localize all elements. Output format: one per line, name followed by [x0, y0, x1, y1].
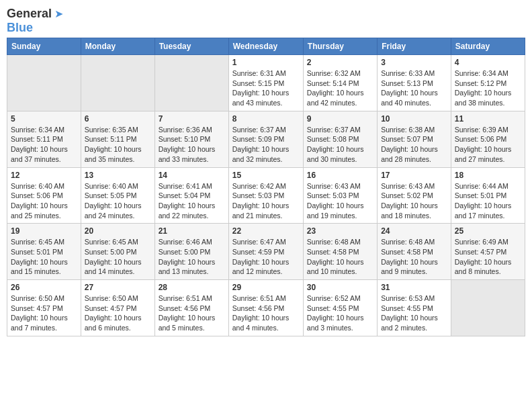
- day-number: 4: [455, 58, 521, 67]
- day-info: Sunrise: 6:47 AMSunset: 4:59 PMDaylight:…: [232, 237, 300, 277]
- calendar-cell: [451, 280, 525, 336]
- day-info: Sunrise: 6:43 AMSunset: 5:03 PMDaylight:…: [307, 181, 373, 221]
- sunset-text: Sunset: 4:57 PM: [85, 304, 151, 314]
- day-info: Sunrise: 6:31 AMSunset: 5:15 PMDaylight:…: [232, 68, 300, 108]
- sunrise-text: Sunrise: 6:48 AM: [307, 237, 373, 247]
- daylight-text: Daylight: 10 hours and 35 minutes.: [85, 144, 151, 164]
- day-number: 19: [11, 226, 77, 236]
- sunrise-text: Sunrise: 6:34 AM: [11, 125, 77, 135]
- daylight-text: Daylight: 10 hours and 28 minutes.: [381, 144, 447, 164]
- day-number: 10: [381, 114, 447, 124]
- calendar-cell: 22Sunrise: 6:47 AMSunset: 4:59 PMDayligh…: [228, 224, 303, 280]
- sunset-text: Sunset: 5:15 PM: [232, 79, 300, 89]
- daylight-text: Daylight: 10 hours and 17 minutes.: [455, 201, 521, 220]
- day-info: Sunrise: 6:45 AMSunset: 5:00 PMDaylight:…: [85, 237, 151, 277]
- daylight-text: Daylight: 10 hours and 37 minutes.: [11, 144, 77, 164]
- sunrise-text: Sunrise: 6:47 AM: [232, 237, 300, 247]
- sunset-text: Sunset: 5:08 PM: [307, 134, 373, 144]
- day-info: Sunrise: 6:48 AMSunset: 4:58 PMDaylight:…: [381, 237, 447, 277]
- calendar-cell: 10Sunrise: 6:38 AMSunset: 5:07 PMDayligh…: [378, 111, 451, 167]
- calendar-cell: 7Sunrise: 6:36 AMSunset: 5:10 PMDaylight…: [154, 111, 228, 167]
- day-info: Sunrise: 6:32 AMSunset: 5:14 PMDaylight:…: [307, 68, 373, 108]
- calendar-week-row: 26Sunrise: 6:50 AMSunset: 4:57 PMDayligh…: [7, 280, 525, 336]
- sunrise-text: Sunrise: 6:35 AM: [85, 125, 151, 135]
- sunrise-text: Sunrise: 6:44 AM: [455, 181, 521, 191]
- calendar-cell: 14Sunrise: 6:41 AMSunset: 5:04 PMDayligh…: [154, 167, 228, 224]
- calendar-week-row: 12Sunrise: 6:40 AMSunset: 5:06 PMDayligh…: [7, 167, 525, 224]
- daylight-text: Daylight: 10 hours and 24 minutes.: [85, 201, 151, 220]
- calendar-cell: 25Sunrise: 6:49 AMSunset: 4:57 PMDayligh…: [451, 224, 525, 280]
- calendar-cell: 20Sunrise: 6:45 AMSunset: 5:00 PMDayligh…: [81, 224, 154, 280]
- daylight-text: Daylight: 10 hours and 7 minutes.: [11, 313, 77, 332]
- sunrise-text: Sunrise: 6:50 AM: [11, 293, 77, 304]
- calendar-table: SundayMondayTuesdayWednesdayThursdayFrid…: [7, 38, 525, 336]
- calendar-cell: 26Sunrise: 6:50 AMSunset: 4:57 PMDayligh…: [7, 280, 81, 336]
- day-number: 11: [455, 114, 521, 124]
- day-number: 29: [232, 283, 300, 292]
- sunrise-text: Sunrise: 6:31 AM: [232, 68, 300, 79]
- day-number: 8: [232, 114, 300, 124]
- sunrise-text: Sunrise: 6:45 AM: [11, 237, 77, 247]
- day-number: 24: [381, 226, 447, 236]
- calendar-cell: 1Sunrise: 6:31 AMSunset: 5:15 PMDaylight…: [228, 55, 303, 111]
- logo-general-text: General: [7, 7, 52, 21]
- day-info: Sunrise: 6:48 AMSunset: 4:58 PMDaylight:…: [307, 237, 373, 277]
- calendar-cell: 24Sunrise: 6:48 AMSunset: 4:58 PMDayligh…: [378, 224, 451, 280]
- day-info: Sunrise: 6:36 AMSunset: 5:10 PMDaylight:…: [159, 125, 225, 165]
- calendar-cell: 30Sunrise: 6:52 AMSunset: 4:55 PMDayligh…: [303, 280, 377, 336]
- daylight-text: Daylight: 10 hours and 5 minutes.: [159, 313, 225, 332]
- day-info: Sunrise: 6:40 AMSunset: 5:06 PMDaylight:…: [11, 181, 77, 221]
- sunset-text: Sunset: 5:12 PM: [455, 79, 521, 89]
- day-info: Sunrise: 6:53 AMSunset: 4:55 PMDaylight:…: [381, 293, 447, 333]
- day-number: 14: [159, 171, 225, 180]
- day-info: Sunrise: 6:51 AMSunset: 4:56 PMDaylight:…: [159, 293, 225, 333]
- sunrise-text: Sunrise: 6:53 AM: [381, 293, 447, 304]
- daylight-text: Daylight: 10 hours and 21 minutes.: [232, 201, 300, 220]
- daylight-text: Daylight: 10 hours and 9 minutes.: [381, 257, 447, 277]
- daylight-text: Daylight: 10 hours and 30 minutes.: [307, 144, 373, 164]
- weekday-header-friday: Friday: [378, 38, 451, 55]
- sunrise-text: Sunrise: 6:48 AM: [381, 237, 447, 247]
- daylight-text: Daylight: 10 hours and 14 minutes.: [85, 257, 151, 277]
- sunset-text: Sunset: 4:58 PM: [307, 247, 373, 257]
- sunrise-text: Sunrise: 6:51 AM: [232, 293, 300, 304]
- calendar-cell: 21Sunrise: 6:46 AMSunset: 5:00 PMDayligh…: [154, 224, 228, 280]
- daylight-text: Daylight: 10 hours and 3 minutes.: [307, 313, 373, 332]
- day-info: Sunrise: 6:42 AMSunset: 5:03 PMDaylight:…: [232, 181, 300, 221]
- day-number: 12: [11, 171, 77, 180]
- sunset-text: Sunset: 5:14 PM: [307, 79, 373, 89]
- sunrise-text: Sunrise: 6:40 AM: [85, 181, 151, 191]
- calendar-cell: 2Sunrise: 6:32 AMSunset: 5:14 PMDaylight…: [303, 55, 377, 111]
- sunrise-text: Sunrise: 6:39 AM: [455, 125, 521, 135]
- day-info: Sunrise: 6:33 AMSunset: 5:13 PMDaylight:…: [381, 68, 447, 108]
- sunset-text: Sunset: 5:01 PM: [11, 247, 77, 257]
- day-number: 7: [159, 114, 225, 124]
- day-number: 25: [455, 226, 521, 236]
- sunset-text: Sunset: 5:11 PM: [85, 134, 151, 144]
- day-number: 23: [307, 226, 373, 236]
- calendar-cell: 12Sunrise: 6:40 AMSunset: 5:06 PMDayligh…: [7, 167, 81, 224]
- day-number: 2: [307, 58, 373, 67]
- sunrise-text: Sunrise: 6:37 AM: [232, 125, 300, 135]
- calendar-cell: 13Sunrise: 6:40 AMSunset: 5:05 PMDayligh…: [81, 167, 154, 224]
- daylight-text: Daylight: 10 hours and 13 minutes.: [159, 257, 225, 277]
- sunrise-text: Sunrise: 6:42 AM: [232, 181, 300, 191]
- sunrise-text: Sunrise: 6:51 AM: [159, 293, 225, 304]
- day-number: 9: [307, 114, 373, 124]
- sunrise-text: Sunrise: 6:49 AM: [455, 237, 521, 247]
- day-number: 21: [159, 226, 225, 236]
- sunrise-text: Sunrise: 6:52 AM: [307, 293, 373, 304]
- day-number: 16: [307, 171, 373, 180]
- calendar-cell: 16Sunrise: 6:43 AMSunset: 5:03 PMDayligh…: [303, 167, 377, 224]
- calendar-cell: 23Sunrise: 6:48 AMSunset: 4:58 PMDayligh…: [303, 224, 377, 280]
- day-info: Sunrise: 6:39 AMSunset: 5:06 PMDaylight:…: [455, 125, 521, 165]
- day-info: Sunrise: 6:43 AMSunset: 5:02 PMDaylight:…: [381, 181, 447, 221]
- sunrise-text: Sunrise: 6:37 AM: [307, 125, 373, 135]
- day-number: 26: [11, 283, 77, 292]
- daylight-text: Daylight: 10 hours and 40 minutes.: [381, 88, 447, 107]
- daylight-text: Daylight: 10 hours and 33 minutes.: [159, 144, 225, 164]
- sunset-text: Sunset: 5:05 PM: [85, 191, 151, 201]
- calendar-cell: 3Sunrise: 6:33 AMSunset: 5:13 PMDaylight…: [378, 55, 451, 111]
- weekday-header-thursday: Thursday: [303, 38, 377, 55]
- day-info: Sunrise: 6:45 AMSunset: 5:01 PMDaylight:…: [11, 237, 77, 277]
